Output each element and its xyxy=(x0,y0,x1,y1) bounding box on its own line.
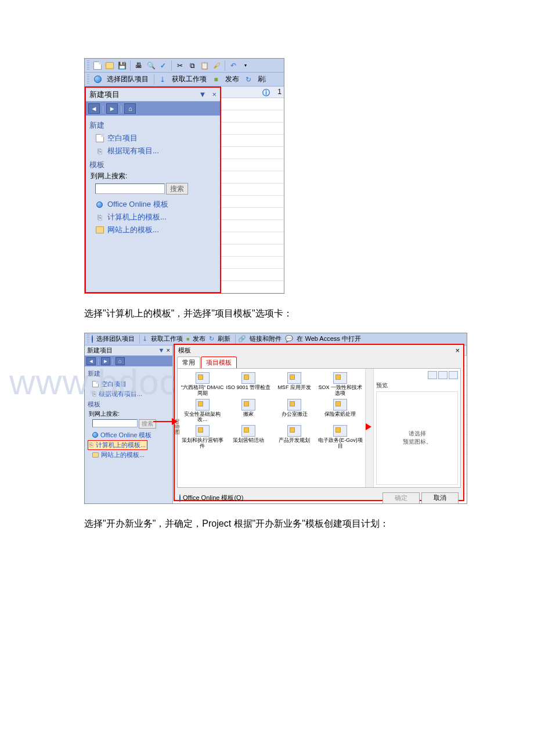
paste-icon[interactable]: 📋 xyxy=(199,60,210,71)
dialog-close-icon[interactable]: × xyxy=(455,346,460,355)
template-search-button[interactable]: 搜索 xyxy=(166,183,188,195)
office-online-templates-button[interactable]: Office Online 模板(O) xyxy=(183,494,243,502)
get-work-items-icon[interactable]: ⤓ xyxy=(142,335,147,343)
web-templates-link[interactable]: 网站上的模板... xyxy=(89,224,217,236)
online-search-label: 到网上搜索: xyxy=(88,410,169,418)
copy-icon[interactable]: ⧉ xyxy=(187,60,197,71)
grid-row[interactable] xyxy=(221,208,284,220)
open-icon[interactable] xyxy=(104,60,115,71)
refresh-button[interactable]: 刷新 xyxy=(215,334,233,343)
toolbar-grip[interactable] xyxy=(87,334,89,344)
grid-row[interactable] xyxy=(221,196,284,208)
template-item[interactable]: 搬家 xyxy=(226,399,270,423)
nav-home-icon[interactable]: ⌂ xyxy=(116,357,125,365)
publish-button[interactable]: 发布 xyxy=(223,74,241,84)
grid-row[interactable] xyxy=(221,244,284,257)
blank-project-link[interactable]: 空白项目 xyxy=(89,132,217,145)
toolbar-grip[interactable] xyxy=(87,60,89,71)
select-team-project-button[interactable]: 选择团队项目 xyxy=(94,334,137,343)
task-pane-close-icon[interactable]: × xyxy=(212,90,217,99)
links-icon[interactable]: 🔗 xyxy=(238,335,246,343)
office-online-templates-link[interactable]: Office Online 模板 xyxy=(89,198,217,211)
task-pane-dropdown-icon[interactable]: ▼ xyxy=(158,347,165,354)
from-existing-project-link[interactable]: ⎘ 根据现有项目... xyxy=(89,145,217,157)
nav-home-icon[interactable]: ⌂ xyxy=(124,103,136,114)
grid-row[interactable] xyxy=(221,171,284,183)
webaccess-icon[interactable]: 💬 xyxy=(285,335,293,343)
info-column-icon: ⓘ xyxy=(262,88,270,98)
publish-button[interactable]: 发布 xyxy=(190,334,208,343)
print-preview-icon[interactable]: 🔍 xyxy=(146,60,156,71)
grid-row[interactable] xyxy=(221,281,284,293)
template-item[interactable]: MSF 应用开发 xyxy=(272,372,317,397)
team-project-icon[interactable] xyxy=(92,336,93,343)
template-icon xyxy=(333,372,347,384)
ok-button[interactable]: 确定 xyxy=(383,492,420,504)
nav-forward-icon[interactable]: ► xyxy=(106,103,118,114)
get-work-items-button[interactable]: 获取工作项 xyxy=(149,334,185,343)
grid-row[interactable] xyxy=(221,183,284,196)
template-item[interactable]: 电子政务(E-Gov)项目 xyxy=(318,425,363,449)
save-icon[interactable]: 💾 xyxy=(117,60,127,71)
nav-forward-icon[interactable]: ► xyxy=(101,357,110,365)
from-existing-project-link[interactable]: ⎘根据现有项目... xyxy=(88,389,169,399)
refresh-icon[interactable]: ↻ xyxy=(209,335,214,343)
nav-back-icon[interactable]: ◄ xyxy=(88,103,100,114)
links-attachments-button[interactable]: 链接和附件 xyxy=(247,334,284,343)
grid-row[interactable] xyxy=(221,159,284,171)
computer-templates-link-highlighted[interactable]: ⎘计算机上的模板... xyxy=(88,440,147,450)
template-item[interactable]: ISO 9001 管理检查 xyxy=(226,372,270,397)
new-icon[interactable] xyxy=(92,60,103,71)
grid-row[interactable] xyxy=(221,98,284,110)
view-large-icons-icon[interactable] xyxy=(428,371,437,379)
format-painter-icon[interactable]: 🖌 xyxy=(211,60,222,71)
grid-row[interactable] xyxy=(221,220,284,232)
team-project-icon[interactable] xyxy=(92,74,103,85)
undo-dropdown-icon[interactable]: ▾ xyxy=(240,60,251,71)
get-work-items-icon[interactable]: ⤓ xyxy=(157,74,168,85)
grid-row[interactable] xyxy=(221,123,284,135)
template-item[interactable]: 产品开发规划 xyxy=(272,425,317,449)
view-list-icon[interactable] xyxy=(438,371,448,379)
toolbar-grip[interactable] xyxy=(87,74,89,85)
get-work-items-button[interactable]: 获取工作项 xyxy=(169,74,209,84)
preview-pane: 预览 请选择 预览图标。 xyxy=(373,369,460,487)
undo-icon[interactable]: ↶ xyxy=(228,60,239,71)
select-team-project-button[interactable]: 选择团队项目 xyxy=(104,74,151,84)
task-pane-close-icon[interactable]: × xyxy=(167,347,170,354)
cut-icon[interactable]: ✂ xyxy=(175,60,185,71)
publish-icon[interactable]: ■ xyxy=(186,336,189,342)
tab-common[interactable]: 常用 xyxy=(177,357,200,368)
grid-row[interactable] xyxy=(221,232,284,244)
grid-row[interactable] xyxy=(221,269,284,281)
grid-row[interactable] xyxy=(221,135,284,147)
grid-row[interactable] xyxy=(221,147,284,159)
template-item[interactable]: 办公室搬迁 xyxy=(272,399,317,423)
grid-row[interactable] xyxy=(221,257,284,269)
template-item[interactable]: 保险索赔处理 xyxy=(318,399,363,423)
publish-icon[interactable]: ■ xyxy=(211,74,221,85)
view-details-icon[interactable] xyxy=(449,371,458,379)
template-item[interactable]: 策划和执行营销事件 xyxy=(180,425,225,449)
refresh-button[interactable]: 刷新 xyxy=(255,74,266,84)
computer-templates-link[interactable]: ⎘ 计算机上的模板... xyxy=(89,211,217,224)
task-pane-dropdown-icon[interactable]: ▼ xyxy=(199,90,207,99)
web-templates-link[interactable]: 网站上的模板... xyxy=(88,450,169,460)
office-online-templates-link[interactable]: Office Online 模板 xyxy=(88,430,169,440)
template-item[interactable]: "六西格玛" DMAIC 周期 xyxy=(180,372,225,397)
refresh-icon[interactable]: ↻ xyxy=(243,74,254,85)
grid-row[interactable] xyxy=(221,110,284,123)
blank-project-link[interactable]: 空白项目 xyxy=(88,379,169,389)
spellcheck-icon[interactable]: ✓ xyxy=(158,60,168,71)
template-item[interactable]: 策划营销活动 xyxy=(226,425,270,449)
open-web-access-button[interactable]: 在 Web Access 中打开 xyxy=(294,334,363,343)
template-search-input[interactable] xyxy=(92,419,138,427)
print-icon[interactable]: 🖶 xyxy=(134,60,144,71)
nav-back-icon[interactable]: ◄ xyxy=(86,357,96,365)
online-search-label: 到网上搜索: xyxy=(89,171,217,181)
cancel-button[interactable]: 取消 xyxy=(421,492,459,504)
template-search-input[interactable] xyxy=(95,183,165,194)
template-item[interactable]: SOX 一致性和技术选项 xyxy=(318,372,363,397)
tab-project-templates[interactable]: 项目模板 xyxy=(201,357,237,368)
template-item[interactable]: 安全性基础架构改... xyxy=(180,399,225,423)
